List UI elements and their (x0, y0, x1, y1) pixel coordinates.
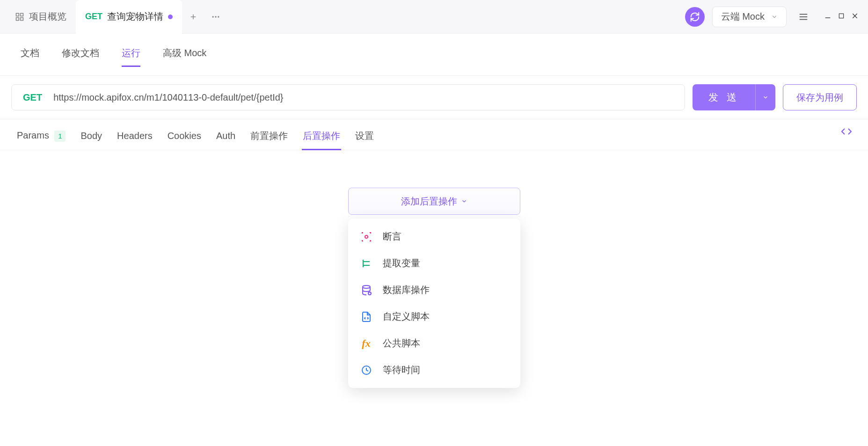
code-view-button[interactable] (841, 126, 852, 140)
tab-overview-label: 项目概览 (29, 10, 66, 23)
window-maximize[interactable] (838, 13, 845, 21)
sync-button[interactable] (685, 7, 705, 27)
menu-button[interactable] (794, 7, 813, 26)
subnav-run[interactable]: 运行 (122, 43, 140, 66)
tab-params[interactable]: Params 1 (16, 128, 66, 149)
modified-indicator (168, 15, 173, 19)
url-box[interactable]: GET https://mock.apifox.cn/m1/1040113-0-… (11, 84, 685, 110)
dropdown-assert-label: 断言 (383, 230, 401, 243)
dropdown-item-extract[interactable]: 提取变量 (348, 250, 520, 277)
svg-point-6 (212, 16, 214, 17)
method-badge: GET (85, 12, 102, 22)
dropdown-script-label: 自定义脚本 (383, 310, 430, 323)
tab-cookies[interactable]: Cookies (167, 129, 202, 149)
subnav-edit-doc[interactable]: 修改文档 (62, 43, 99, 66)
svg-point-20 (363, 285, 370, 288)
extract-icon (360, 257, 372, 270)
svg-rect-3 (21, 17, 23, 20)
tab-auth[interactable]: Auth (215, 129, 236, 149)
dropdown-item-public-script[interactable]: fx 公共脚本 (348, 330, 520, 357)
tab-api-label: 查询宠物详情 (107, 10, 163, 23)
dropdown-public-script-label: 公共脚本 (383, 337, 420, 350)
dropdown-wait-label: 等待时间 (383, 364, 420, 376)
tab-bar: 项目概览 GET 查询宠物详情 云端 Mock (0, 0, 868, 34)
send-button-dropdown[interactable] (755, 84, 775, 110)
svg-rect-2 (16, 17, 19, 20)
add-post-action-label: 添加后置操作 (401, 195, 457, 208)
dropdown-item-database[interactable]: 数据库操作 (348, 277, 520, 303)
url-method[interactable]: GET (12, 92, 53, 103)
tab-pre-actions[interactable]: 前置操作 (249, 128, 289, 150)
subnav-advanced-mock[interactable]: 高级 Mock (163, 43, 206, 66)
tab-project-overview[interactable]: 项目概览 (6, 0, 76, 34)
post-action-dropdown: 断言 提取变量 数据库操作 自定义脚本 fx 公共脚本 (348, 219, 520, 388)
subnav-doc[interactable]: 文档 (21, 43, 39, 66)
add-post-action-button[interactable]: 添加后置操作 (348, 188, 520, 215)
dropdown-item-wait[interactable]: 等待时间 (348, 357, 520, 383)
svg-rect-0 (16, 13, 19, 16)
dropdown-db-label: 数据库操作 (383, 284, 430, 296)
post-action-area: 添加后置操作 断言 提取变量 数据库操作 自定义脚本 (0, 150, 868, 446)
dropdown-item-script[interactable]: 自定义脚本 (348, 303, 520, 330)
assert-icon (360, 231, 372, 243)
url-input[interactable]: https://mock.apifox.cn/m1/1040113-0-defa… (53, 92, 685, 103)
window-controls (824, 12, 859, 22)
dropdown-item-assert[interactable]: 断言 (348, 223, 520, 250)
window-minimize[interactable] (824, 12, 832, 22)
grid-icon (15, 12, 24, 22)
send-button-label: 发 送 (693, 91, 755, 104)
script-icon (360, 311, 372, 323)
url-bar: GET https://mock.apifox.cn/m1/1040113-0-… (0, 76, 868, 119)
environment-select[interactable]: 云端 Mock (712, 7, 787, 27)
svg-point-16 (365, 235, 368, 238)
environment-label: 云端 Mock (721, 10, 765, 23)
tab-post-actions[interactable]: 后置操作 (302, 128, 341, 150)
tab-headers[interactable]: Headers (116, 129, 153, 149)
svg-point-7 (215, 16, 216, 17)
function-icon: fx (360, 337, 372, 350)
tab-body[interactable]: Body (80, 129, 103, 149)
add-tab-button[interactable] (182, 6, 204, 28)
database-icon (360, 284, 372, 296)
sub-nav: 文档 修改文档 运行 高级 Mock (0, 34, 868, 76)
tab-settings[interactable]: 设置 (354, 128, 375, 150)
save-as-case-button[interactable]: 保存为用例 (783, 84, 857, 110)
svg-rect-13 (839, 14, 843, 18)
top-right-controls: 云端 Mock (685, 7, 862, 27)
params-count-badge: 1 (54, 131, 66, 142)
svg-rect-1 (21, 13, 23, 16)
dropdown-extract-label: 提取变量 (383, 257, 420, 270)
svg-point-8 (218, 16, 219, 17)
chevron-down-icon (461, 198, 467, 205)
tab-overflow-button[interactable] (204, 6, 227, 28)
request-tabs: Params 1 Body Headers Cookies Auth 前置操作 … (0, 119, 868, 150)
send-button[interactable]: 发 送 (693, 84, 775, 110)
window-close[interactable] (851, 12, 859, 22)
tab-api-detail[interactable]: GET 查询宠物详情 (76, 0, 182, 34)
tab-params-label: Params (17, 130, 49, 140)
clock-icon (360, 364, 372, 376)
